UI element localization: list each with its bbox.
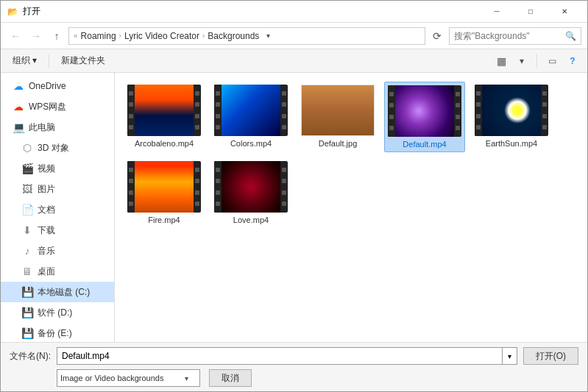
film-hole [195, 202, 199, 206]
toolbar-right: ▦ ▾ ▭ ? [492, 52, 581, 70]
sidebar-label-onedrive: OneDrive [29, 81, 66, 91]
search-box: 🔍 [449, 27, 581, 45]
file-thumb-earthsun [475, 85, 548, 136]
film-hole [389, 115, 394, 119]
breadcrumb-lyric[interactable]: Lyric Video Creator [124, 31, 199, 41]
open-button[interactable]: 打开(O) [523, 347, 578, 365]
sidebar-item-diskc[interactable]: 💾 本地磁盘 (C:) [1, 282, 114, 302]
film-image-default-mp4 [395, 85, 454, 137]
sidebar-label-image: 图片 [38, 183, 55, 196]
title-bar: 📂 打开 ─ □ ✕ [1, 1, 587, 23]
cancel-button[interactable]: 取消 [209, 369, 252, 387]
organize-button[interactable]: 组织 ▾ [7, 52, 43, 70]
film-hole [282, 202, 286, 206]
sidebar-item-desktop[interactable]: 🖥 桌面 [1, 261, 114, 282]
bottom-row-filename: 文件名(N): ▾ 打开(O) [1, 343, 587, 369]
breadcrumb-bar: « Roaming › Lyric Video Creator › Backgr… [68, 27, 425, 45]
breadcrumb-backgrounds[interactable]: Backgrounds [208, 31, 259, 41]
breadcrumb-sep1: › [119, 32, 121, 40]
film-hole [542, 102, 547, 107]
file-item-default-mp4[interactable]: Default.mp4 [384, 82, 465, 152]
file-item-fire[interactable]: Fire.mp4 [124, 158, 205, 227]
filetype-select[interactable]: Image or Video backgrounds ▾ [57, 369, 200, 387]
file-name-earthsun: EarthSun.mp4 [486, 139, 537, 148]
film-image-love [222, 161, 280, 213]
sidebar-item-onedrive[interactable]: ☁ OneDrive [1, 76, 114, 96]
sidebar-item-diske[interactable]: 💾 备份 (E:) [1, 323, 114, 342]
file-item-earthsun[interactable]: EarthSun.mp4 [471, 82, 552, 152]
sidebar-item-3d[interactable]: ⬡ 3D 对象 [1, 138, 114, 158]
toolbar-separator [49, 54, 49, 68]
close-button[interactable]: ✕ [548, 1, 581, 23]
sidebar-item-thispc[interactable]: 💻 此电脑 [1, 117, 114, 138]
sidebar-item-doc[interactable]: 📄 文档 [1, 199, 114, 220]
view-mode-icon-button[interactable]: ▦ [492, 52, 510, 70]
up-button[interactable]: ↑ [48, 27, 65, 45]
bottom-area: 文件名(N): ▾ 打开(O) 文件名(N): Image or Video b… [1, 342, 587, 391]
new-folder-button[interactable]: 新建文件夹 [55, 52, 111, 70]
film-hole [542, 114, 547, 118]
sidebar-item-image[interactable]: 🖼 图片 [1, 179, 114, 199]
file-thumb-default-jpg [301, 85, 375, 136]
image-thumb-default-jpg [301, 85, 375, 136]
film-hole [282, 114, 286, 118]
filename-input-wrap: ▾ [57, 347, 517, 365]
sidebar-label-music: 音乐 [38, 245, 55, 257]
film-holes-right-love [280, 161, 288, 213]
film-hole [216, 168, 220, 172]
breadcrumb-dropdown[interactable]: ▾ [262, 27, 274, 45]
sidebar-item-diskd[interactable]: 💾 软件 (D:) [1, 302, 114, 323]
file-item-love[interactable]: Love.mp4 [210, 158, 291, 227]
film-hole [195, 102, 199, 107]
film-hole [195, 168, 199, 172]
film-hole [195, 190, 199, 195]
file-name-default-jpg: Default.jpg [319, 139, 358, 148]
file-item-default-jpg[interactable]: Default.jpg [297, 82, 378, 152]
minimize-button[interactable]: ─ [480, 1, 514, 23]
filename-dropdown-button[interactable]: ▾ [503, 347, 517, 365]
film-holes-left-arcobaleno [127, 85, 135, 136]
film-hole [216, 179, 220, 183]
file-thumb-fire [127, 161, 201, 213]
film-hole [129, 114, 133, 118]
filename-input[interactable] [57, 347, 503, 365]
file-name-love: Love.mp4 [233, 215, 269, 224]
file-thumb-love [214, 161, 288, 213]
breadcrumb-prefix: « [74, 32, 78, 40]
film-hole [129, 190, 133, 195]
sidebar-label-video: 视频 [38, 163, 55, 175]
file-item-colors[interactable]: Colors.mp4 [210, 82, 291, 152]
film-hole [216, 202, 220, 206]
breadcrumb-sep2: › [202, 32, 205, 40]
file-name-default-mp4: Default.mp4 [403, 140, 446, 149]
search-input[interactable] [454, 31, 565, 41]
breadcrumb-roaming[interactable]: Roaming [81, 31, 116, 41]
sidebar-item-video[interactable]: 🎬 视频 [1, 158, 114, 179]
film-image-colors [222, 85, 280, 136]
open-dialog: 📂 打开 ─ □ ✕ ← → ↑ « Roaming › Lyric Video… [0, 0, 588, 392]
diskc-icon: 💾 [21, 286, 33, 298]
film-hole [389, 103, 394, 107]
maximize-button[interactable]: □ [514, 1, 548, 23]
sidebar-label-doc: 文档 [38, 204, 55, 216]
sidebar-label-download: 下载 [38, 224, 55, 237]
details-pane-button[interactable]: ▭ [543, 52, 561, 70]
secondary-toolbar: 组织 ▾ 新建文件夹 ▦ ▾ ▭ ? [1, 49, 587, 73]
film-hole [389, 92, 394, 96]
film-hole [195, 91, 199, 96]
file-name-arcobaleno: Arcobaleno.mp4 [135, 139, 194, 148]
file-item-arcobaleno[interactable]: Arcobaleno.mp4 [124, 82, 205, 152]
sidebar-item-download[interactable]: ⬇ 下载 [1, 220, 114, 240]
filename-label: 文件名(N): [10, 350, 51, 363]
file-name-fire: Fire.mp4 [148, 215, 180, 224]
film-hole [129, 179, 133, 183]
wps-icon: ☁ [13, 101, 24, 113]
help-button[interactable]: ? [564, 52, 581, 70]
view-mode-dropdown[interactable]: ▾ [513, 52, 531, 70]
file-thumb-colors [214, 85, 288, 136]
refresh-button[interactable]: ⟳ [428, 27, 446, 45]
film-holes-left-default-mp4 [388, 85, 395, 137]
sidebar-item-music[interactable]: ♪ 音乐 [1, 240, 114, 261]
sidebar-item-wps[interactable]: ☁ WPS网盘 [1, 96, 114, 117]
film-hole [282, 168, 286, 172]
